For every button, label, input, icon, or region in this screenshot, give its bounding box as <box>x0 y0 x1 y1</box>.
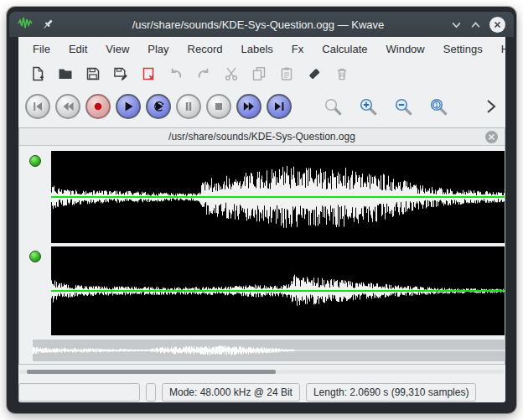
menu-item-help[interactable]: Help <box>492 39 505 59</box>
skip-forward-button[interactable] <box>267 94 292 119</box>
undo-icon <box>168 66 184 81</box>
paste-icon <box>279 66 294 81</box>
waveform-channel-1[interactable] <box>51 151 505 243</box>
stop-icon <box>212 100 225 113</box>
pause-icon <box>182 100 195 113</box>
overview-strip[interactable] <box>33 340 505 361</box>
menu-item-edit[interactable]: Edit <box>60 39 96 59</box>
save-button[interactable] <box>85 66 101 81</box>
skip-backward-icon <box>31 100 44 113</box>
play-button[interactable] <box>116 94 141 119</box>
close-button[interactable] <box>489 17 505 33</box>
document-window: /usr/share/sounds/KDE-Sys-Question.ogg <box>18 127 505 365</box>
toolbar-extension-button[interactable] <box>485 98 497 115</box>
save-as-button[interactable] <box>113 66 128 81</box>
rewind-button <box>55 94 80 119</box>
pause-button <box>176 94 201 119</box>
menu-item-settings[interactable]: Settings <box>434 39 492 59</box>
zoom-in-icon <box>359 97 377 116</box>
delete-button <box>334 66 350 81</box>
menu-item-view[interactable]: View <box>96 39 138 59</box>
cut-icon <box>224 66 239 81</box>
zoom-normal-icon: 1 <box>429 97 448 116</box>
play-icon <box>122 100 135 113</box>
eraser-icon <box>307 66 322 81</box>
waveform-channel-2[interactable] <box>51 246 505 335</box>
redo-button <box>196 66 211 81</box>
scrollbar-handle[interactable] <box>27 370 276 374</box>
loop-button[interactable] <box>146 94 171 119</box>
document-close-button[interactable] <box>485 131 498 143</box>
record-button[interactable] <box>85 94 111 119</box>
svg-text:1: 1 <box>435 101 439 109</box>
channel-2-led[interactable] <box>29 251 41 262</box>
close-file-icon <box>141 66 156 81</box>
new-file-icon <box>30 66 45 81</box>
stop-button <box>206 94 231 119</box>
transport-buttons <box>25 94 292 119</box>
cut-button <box>224 66 239 81</box>
horizontal-scrollbar[interactable] <box>19 370 504 374</box>
skip-forward-icon <box>272 100 286 113</box>
copy-icon <box>251 66 267 81</box>
menu-item-fx[interactable]: Fx <box>282 39 313 59</box>
kwave-window: /usr/share/sounds/KDE-Sys-Question.ogg —… <box>7 7 516 413</box>
zoom-in-button[interactable] <box>359 97 377 116</box>
menu-item-calculate[interactable]: Calculate <box>313 39 376 59</box>
status-mode: Mode: 48.000 kHz @ 24 Bit <box>162 383 300 402</box>
skip-backward-button <box>25 94 50 119</box>
zoom-buttons: 1 <box>324 97 448 116</box>
menu-bar: FileEditViewPlayRecordLabelsFxCalculateW… <box>18 37 505 60</box>
playback-toolbar: 1 <box>18 87 505 126</box>
undo-button <box>168 66 184 81</box>
pin-icon[interactable] <box>41 18 54 31</box>
window-title: /usr/share/sounds/KDE-Sys-Question.ogg —… <box>76 18 440 31</box>
status-length: Length: 2.0690 s (99,310 samples) <box>306 383 476 402</box>
status-bar: Mode: 48.000 kHz @ 24 Bit Length: 2.0690… <box>18 383 504 402</box>
loop-icon <box>152 100 165 113</box>
save-icon <box>85 66 101 81</box>
rewind-icon <box>61 100 75 113</box>
menu-item-record[interactable]: Record <box>179 39 232 59</box>
paste-button <box>279 66 294 81</box>
save-as-icon <box>113 66 128 81</box>
new-file-button[interactable] <box>30 66 45 81</box>
zoom-selection-icon <box>324 97 342 116</box>
menu-item-play[interactable]: Play <box>138 39 178 59</box>
main-content: FileEditViewPlayRecordLabelsFxCalculateW… <box>18 37 505 402</box>
file-toolbar <box>18 60 505 87</box>
zoom-out-icon <box>394 97 412 116</box>
forward-icon <box>242 100 256 113</box>
window-titlebar[interactable]: /usr/share/sounds/KDE-Sys-Question.ogg —… <box>9 12 514 37</box>
minimize-button[interactable] <box>451 19 462 30</box>
document-title: /usr/share/sounds/KDE-Sys-Question.ogg <box>168 131 355 143</box>
status-field <box>18 383 140 402</box>
kwave-logo-icon <box>18 16 34 33</box>
maximize-button[interactable] <box>470 19 481 30</box>
zoom-selection-button <box>324 97 342 116</box>
menu-item-file[interactable]: File <box>23 39 60 59</box>
menu-item-window[interactable]: Window <box>377 39 434 59</box>
delete-icon <box>334 66 350 81</box>
record-icon <box>91 100 105 113</box>
open-file-button[interactable] <box>58 66 73 81</box>
eraser-button[interactable] <box>307 66 322 81</box>
signal-view <box>19 146 505 361</box>
redo-icon <box>196 66 211 81</box>
status-field-small <box>146 383 156 402</box>
zoom-out-button[interactable] <box>394 97 412 116</box>
document-titlebar[interactable]: /usr/share/sounds/KDE-Sys-Question.ogg <box>19 128 505 146</box>
zoom-normal-button[interactable]: 1 <box>429 97 448 116</box>
menu-item-labels[interactable]: Labels <box>232 39 282 59</box>
close-file-button[interactable] <box>141 66 156 81</box>
open-file-icon <box>58 66 73 81</box>
channel-1-led[interactable] <box>29 155 41 167</box>
forward-button[interactable] <box>236 94 262 119</box>
copy-button <box>251 66 267 81</box>
